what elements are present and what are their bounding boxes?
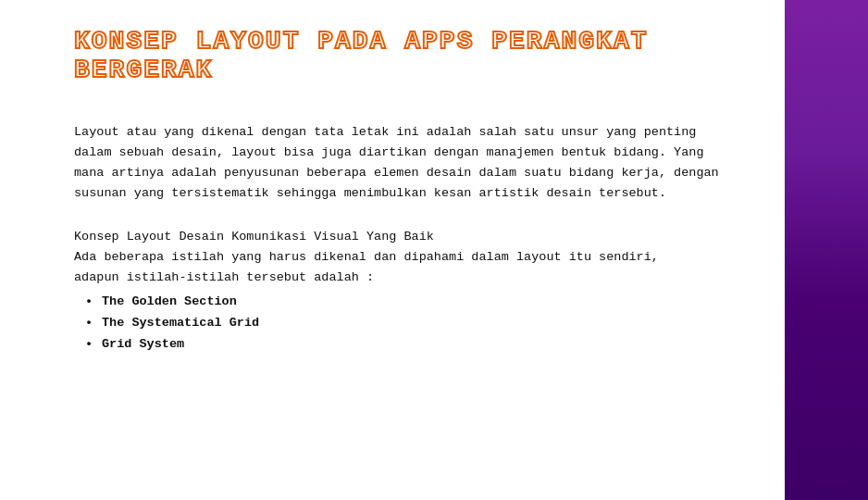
page-title: KONSEP LAYOUT PADA APPS PERANGKAT BERGER… [74, 28, 729, 85]
sidebar [785, 0, 868, 500]
subtitle-line-3: adapun istilah-istilah tersebut adalah : [74, 268, 729, 288]
bullet-list: The Golden Section The Systematical Grid… [74, 292, 729, 356]
subtitle-line-2: Ada beberapa istilah yang harus dikenal … [74, 247, 729, 268]
paragraph-1: Layout atau yang dikenal dengan tata let… [74, 122, 729, 205]
main-content: KONSEP LAYOUT PADA APPS PERANGKAT BERGER… [0, 0, 785, 500]
bullet-item-1: The Golden Section [102, 292, 729, 313]
subtitle-line-1: Konsep Layout Desain Komunikasi Visual Y… [74, 227, 729, 247]
subtitle-section: Konsep Layout Desain Komunikasi Visual Y… [74, 227, 729, 356]
bullet-item-2: The Systematical Grid [102, 313, 729, 334]
bullet-item-3: Grid System [102, 334, 729, 356]
